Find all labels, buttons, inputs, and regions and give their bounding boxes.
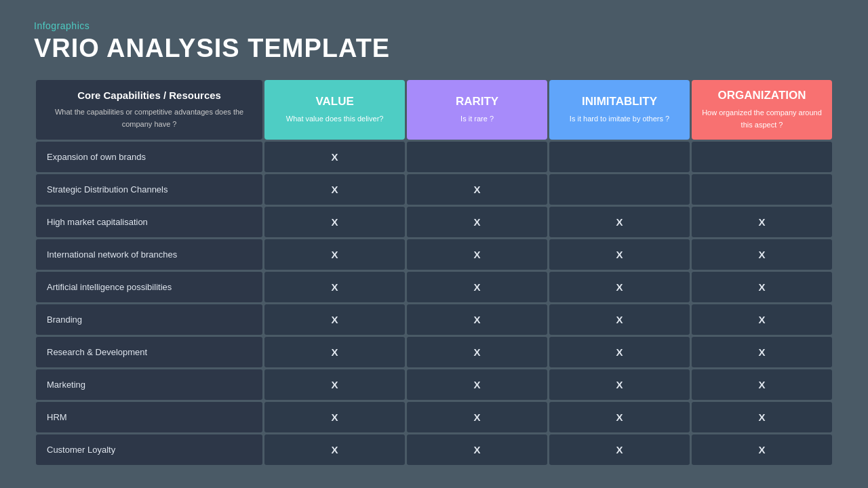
row-organization: X [692,304,832,335]
row-inimitability: X [549,207,690,237]
row-organization [692,142,832,172]
capabilities-sub: What the capabilities or competitive adv… [55,108,243,128]
row-label: High market capitalisation [36,207,262,237]
row-value: X [264,369,405,400]
row-value: X [264,434,405,465]
row-value: X [264,142,405,172]
table-row: MarketingXXXX [36,369,832,400]
row-label: Branding [36,304,262,335]
row-inimitability: X [549,337,690,367]
row-rarity: X [407,402,547,432]
table-row: Strategic Distribution ChannelsXX [36,174,832,205]
row-label: HRM [36,402,262,432]
row-label: Research & Development [36,337,262,367]
row-value: X [264,239,405,270]
row-organization: X [692,207,832,237]
inimitability-sub: Is it hard to imitate by others ? [570,115,669,123]
value-sub: What value does this deliver? [286,115,384,123]
row-rarity: X [407,337,547,367]
table-row: Expansion of own brandsX [36,142,832,172]
row-organization: X [692,337,832,367]
row-label: Strategic Distribution Channels [36,174,262,205]
table-row: HRMXXXX [36,402,832,432]
table-row: BrandingXXXX [36,304,832,335]
capabilities-main: Core Capabilities / Resources [47,89,252,101]
row-organization: X [692,434,832,465]
row-inimitability [549,142,690,172]
infographics-label: Infographics [34,20,834,31]
row-label: Artificial intelligence possibilities [36,272,262,302]
row-value: X [264,337,405,367]
row-inimitability: X [549,402,690,432]
organization-sub: How organized the company around this as… [702,108,822,129]
row-rarity: X [407,434,547,465]
header-value: VALUE What value does this deliver? [264,80,405,140]
header-capabilities: Core Capabilities / Resources What the c… [36,80,262,140]
row-value: X [264,304,405,335]
table-row: International network of branchesXXXX [36,239,832,270]
table-row: High market capitalisationXXXX [36,207,832,237]
row-rarity [407,142,547,172]
header-inimitability: INIMITABLITY Is it hard to imitate by ot… [549,80,690,140]
organization-title: ORGANIZATION [698,89,825,102]
page-title: VRIO ANALYSIS TEMPLATE [34,34,834,63]
row-inimitability: X [549,369,690,400]
row-organization [692,174,832,205]
inimitability-title: INIMITABLITY [556,95,683,108]
rarity-sub: Is it rare ? [460,115,494,123]
row-label: International network of branches [36,239,262,270]
row-value: X [264,174,405,205]
page-container: Infographics VRIO ANALYSIS TEMPLATE Core… [0,0,868,488]
header-rarity: RARITY Is it rare ? [407,80,547,140]
row-inimitability: X [549,239,690,270]
header-organization: ORGANIZATION How organized the company a… [692,80,832,140]
vrio-table: Core Capabilities / Resources What the c… [34,78,834,467]
row-organization: X [692,239,832,270]
row-value: X [264,207,405,237]
header-row: Core Capabilities / Resources What the c… [36,80,832,140]
row-organization: X [692,402,832,432]
table-row: Research & DevelopmentXXXX [36,337,832,367]
row-value: X [264,272,405,302]
row-inimitability: X [549,272,690,302]
row-label: Expansion of own brands [36,142,262,172]
row-rarity: X [407,369,547,400]
row-inimitability: X [549,304,690,335]
row-rarity: X [407,174,547,205]
row-rarity: X [407,304,547,335]
row-rarity: X [407,207,547,237]
table-row: Artificial intelligence possibilitiesXXX… [36,272,832,302]
row-label: Customer Loyalty [36,434,262,465]
row-rarity: X [407,239,547,270]
row-inimitability [549,174,690,205]
value-title: VALUE [271,95,398,108]
row-organization: X [692,272,832,302]
rarity-title: RARITY [414,95,540,108]
row-value: X [264,402,405,432]
row-label: Marketing [36,369,262,400]
table-row: Customer LoyaltyXXXX [36,434,832,465]
row-inimitability: X [549,434,690,465]
row-organization: X [692,369,832,400]
row-rarity: X [407,272,547,302]
